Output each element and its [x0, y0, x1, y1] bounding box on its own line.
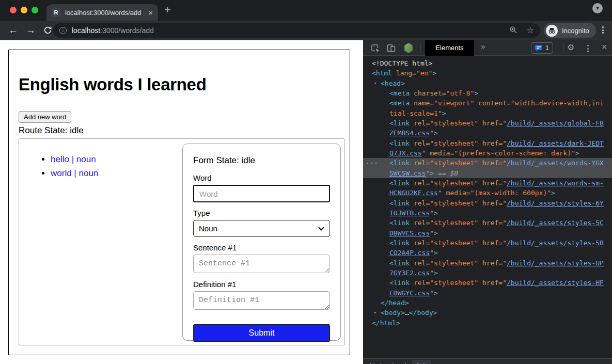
- sentence-textarea[interactable]: [193, 255, 330, 273]
- tab-title: localhost:3000/words/add: [65, 9, 145, 17]
- address-bar[interactable]: i localhost:3000/words/add ☆: [53, 23, 540, 38]
- bookmark-star-icon[interactable]: ☆: [527, 26, 534, 35]
- device-toolbar-icon[interactable]: [386, 43, 396, 55]
- devtools-code-line[interactable]: ▾<head>: [363, 78, 612, 88]
- collapsed-arrow-icon[interactable]: ▸: [374, 308, 376, 318]
- page-title: English words I learned: [19, 75, 207, 94]
- devtools-code-line[interactable]: EDWGYC.css">: [363, 288, 612, 298]
- back-icon[interactable]: ←: [8, 25, 18, 36]
- devtools-breadcrumbs: htmlheadlink: [363, 358, 612, 364]
- form-state-text: Form State: idle: [193, 155, 330, 166]
- add-word-form: Form State: idle Word Type Noun Sentence…: [182, 144, 341, 341]
- devtools-panel: Elements » 1 ⚙ × <!DOCTYPE html><html la…: [363, 40, 612, 364]
- line-options-dots-icon[interactable]: ...: [366, 157, 379, 167]
- devtools-code-line[interactable]: </head>: [363, 298, 612, 308]
- devtools-code-line[interactable]: DBWVCS.css">: [363, 228, 612, 238]
- devtools-code-line[interactable]: CO2A4P.css">: [363, 248, 612, 258]
- incognito-avatar-icon: [546, 25, 558, 37]
- words-panel: hello | nounworld | noun Form State: idl…: [19, 138, 345, 345]
- devtools-code-line[interactable]: 7GY3E2.css">: [363, 268, 612, 278]
- devtools-code-line[interactable]: <link rel="stylesheet" href="/build/_ass…: [363, 218, 612, 228]
- incognito-label: Incognito: [562, 27, 589, 35]
- devtools-dom-tree[interactable]: <!DOCTYPE html><html lang="en">▾<head><m…: [363, 56, 612, 358]
- devtools-code-line[interactable]: <link rel="stylesheet" href="/build/_ass…: [363, 198, 612, 208]
- page-viewport: English words I learned Add new word Rou…: [0, 40, 363, 364]
- forward-icon[interactable]: →: [26, 25, 36, 36]
- window-close-button[interactable]: [10, 7, 17, 13]
- devtools-code-line[interactable]: <link rel="stylesheet" href="/build/_ass…: [363, 238, 612, 248]
- devtools-code-line[interactable]: <link rel="stylesheet" href="/build/_ass…: [363, 278, 612, 288]
- devtools-code-line[interactable]: ...<link rel="stylesheet" href="/build/_…: [363, 158, 612, 168]
- devtools-code-line[interactable]: <link rel="stylesheet" href="/build/_ass…: [363, 258, 612, 268]
- type-label: Type: [193, 209, 330, 217]
- devtools-code-line[interactable]: <link rel="stylesheet" href="/build/_ass…: [363, 178, 612, 188]
- word-label: Word: [193, 173, 330, 182]
- window-minimize-button[interactable]: [21, 7, 27, 13]
- devtools-code-line[interactable]: Q7JX.css" media="(prefers-color-scheme: …: [363, 148, 612, 158]
- devtools-code-line[interactable]: HCNGU2KF.css" media="(max-width: 600px)"…: [363, 188, 612, 198]
- issues-bubble-icon: [535, 45, 542, 52]
- breadcrumb-link[interactable]: link: [412, 360, 431, 364]
- devtools-code-line[interactable]: SWCSW.css"> == $0: [363, 168, 612, 178]
- browser-tab-strip: R localhost:3000/words/add × + ▼: [0, 0, 612, 21]
- submit-button[interactable]: Submit: [193, 324, 330, 342]
- issues-count: 1: [545, 44, 549, 52]
- devtools-code-line[interactable]: IUJWTB.css">: [363, 208, 612, 218]
- type-select[interactable]: Noun: [193, 220, 330, 237]
- tab-elements[interactable]: Elements: [425, 40, 474, 56]
- browser-menu-icon[interactable]: [602, 26, 604, 34]
- breadcrumb-html[interactable]: html: [365, 360, 386, 364]
- devtools-code-line[interactable]: tial-scale=1">: [363, 108, 612, 118]
- word-link[interactable]: hello | noun: [51, 154, 96, 164]
- devtools-menu-icon[interactable]: [587, 45, 589, 52]
- breadcrumb-head[interactable]: head: [388, 360, 411, 364]
- expand-arrow-icon[interactable]: ▾: [374, 78, 376, 88]
- devtools-code-line[interactable]: </html>: [363, 318, 612, 328]
- remix-favicon-icon: R: [52, 8, 60, 17]
- browser-tab[interactable]: R localhost:3000/words/add ×: [46, 4, 158, 21]
- definition-textarea[interactable]: [193, 291, 330, 310]
- tab-search-chevron-icon[interactable]: ▼: [592, 3, 603, 13]
- new-tab-button[interactable]: +: [164, 3, 171, 17]
- tab-close-icon[interactable]: ×: [148, 9, 153, 17]
- url-path: :3000/words/add: [100, 26, 154, 35]
- reload-icon[interactable]: [43, 26, 52, 37]
- devtools-code-line[interactable]: <!DOCTYPE html>: [363, 58, 612, 68]
- word-input[interactable]: [193, 185, 330, 202]
- sentence-label: Sentence #1: [193, 243, 330, 252]
- node-hexagon-icon[interactable]: [404, 43, 413, 53]
- add-new-word-button[interactable]: Add new word: [19, 111, 71, 123]
- more-panels-icon[interactable]: »: [481, 42, 485, 51]
- word-link[interactable]: world | noun: [51, 168, 98, 178]
- issues-counter[interactable]: 1: [531, 42, 553, 54]
- window-controls: [10, 7, 38, 13]
- zoom-icon[interactable]: [509, 26, 517, 36]
- url-host: localhost: [72, 26, 100, 35]
- browser-toolbar: ← → i localhost:3000/words/add ☆: [0, 21, 612, 40]
- devtools-code-line[interactable]: <link rel="stylesheet" href="/build/_ass…: [363, 138, 612, 148]
- devtools-code-line[interactable]: <meta charset="utf-8">: [363, 88, 612, 98]
- window-maximize-button[interactable]: [32, 7, 38, 13]
- devtools-code-line[interactable]: ▸<body>…</body>: [363, 308, 612, 318]
- devtools-close-icon[interactable]: ×: [602, 42, 607, 53]
- site-info-icon[interactable]: i: [59, 27, 67, 34]
- definition-label: Definition #1: [193, 280, 330, 289]
- incognito-badge: Incognito: [544, 23, 596, 38]
- devtools-toolbar: Elements » 1 ⚙ ×: [363, 40, 612, 56]
- devtools-settings-icon[interactable]: ⚙: [567, 42, 574, 52]
- inspect-element-icon[interactable]: [370, 43, 380, 55]
- devtools-code-line[interactable]: ZEMBS4.css">: [363, 128, 612, 138]
- devtools-code-line[interactable]: <meta name="viewport" content="width=dev…: [363, 98, 612, 108]
- devtools-code-line[interactable]: <html lang="en">: [363, 68, 612, 78]
- page-outer-box: English words I learned Add new word Rou…: [8, 50, 350, 355]
- devtools-code-line[interactable]: <link rel="stylesheet" href="/build/_ass…: [363, 118, 612, 128]
- route-state-text: Route State: idle: [19, 125, 84, 136]
